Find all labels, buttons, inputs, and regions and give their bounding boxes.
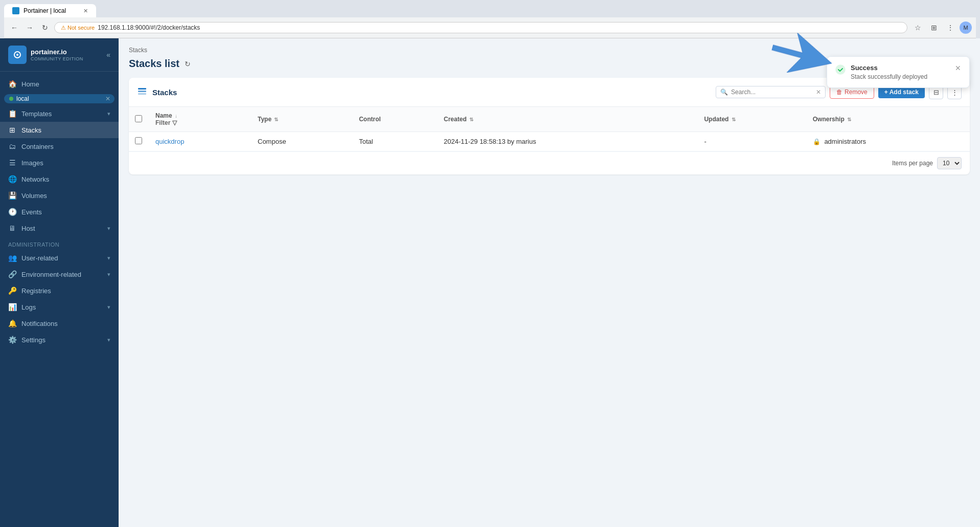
sidebar-item-containers[interactable]: 🗂 Containers xyxy=(0,138,119,155)
search-input[interactable] xyxy=(731,89,813,96)
logo-edition: Community Edition xyxy=(31,56,83,61)
sort-icon[interactable]: ↓ xyxy=(175,113,177,119)
address-bar[interactable]: ⚠ Not secure 192.168.1.18:9000/#!/2/dock… xyxy=(54,22,907,33)
networks-icon: 🌐 xyxy=(8,175,16,183)
svg-point-7 xyxy=(836,65,845,74)
sidebar-header: portainer.io Community Edition « xyxy=(0,38,119,72)
sidebar-item-volumes[interactable]: 💾 Volumes xyxy=(0,187,119,204)
sidebar-item-user-related[interactable]: 👥 User-related ▾ xyxy=(0,250,119,266)
logs-icon: 📊 xyxy=(8,303,16,311)
svg-point-2 xyxy=(16,54,18,56)
settings-icon: ⚙️ xyxy=(8,336,16,344)
env-status-dot xyxy=(9,97,13,101)
profile-avatar[interactable]: M xyxy=(960,21,972,34)
browser-toolbar: ← → ↻ ⚠ Not secure 192.168.1.18:9000/#!/… xyxy=(4,17,976,38)
sidebar-item-label: Volumes xyxy=(21,192,110,200)
tab-close-button[interactable]: ✕ xyxy=(83,8,88,14)
browser-tab-active[interactable]: Portainer | local ✕ xyxy=(4,4,96,17)
images-icon: ☰ xyxy=(8,159,16,167)
stack-updated: - xyxy=(698,132,806,151)
back-button[interactable]: ← xyxy=(8,21,20,34)
sort-icon[interactable]: ⇅ xyxy=(469,117,473,122)
sidebar-item-networks[interactable]: 🌐 Networks xyxy=(0,171,119,187)
chevron-down-icon: ▾ xyxy=(107,111,110,117)
col-control: Control xyxy=(353,107,438,132)
sidebar-item-label: Logs xyxy=(21,303,102,311)
sidebar-item-label: Stacks xyxy=(21,126,110,134)
notifications-icon: 🔔 xyxy=(8,319,16,327)
col-updated: Updated ⇅ xyxy=(698,107,806,132)
address-text: 192.168.1.18:9000/#!/2/docker/stacks xyxy=(98,24,901,31)
sidebar-item-registries[interactable]: 🔑 Registries xyxy=(0,282,119,299)
col-name-label: Name xyxy=(155,112,172,119)
table-wrapper: Name ↓ Filter ▽ Type ⇅ Control xyxy=(129,107,970,151)
search-clear-button[interactable]: ✕ xyxy=(816,89,821,96)
chevron-down-icon: ▾ xyxy=(107,255,110,261)
sidebar-item-logs[interactable]: 📊 Logs ▾ xyxy=(0,299,119,315)
app-container: portainer.io Community Edition « 🏠 Home … xyxy=(0,38,980,527)
sidebar-item-settings[interactable]: ⚙️ Settings ▾ xyxy=(0,332,119,348)
col-type: Type ⇅ xyxy=(252,107,353,132)
sidebar-item-environment-related[interactable]: 🔗 Environment-related ▾ xyxy=(0,266,119,282)
stack-type: Compose xyxy=(252,132,353,151)
filter-button[interactable]: Filter ▽ xyxy=(155,119,245,126)
stack-name-link[interactable]: quickdrop xyxy=(155,138,184,145)
forward-button[interactable]: → xyxy=(24,21,36,34)
volumes-icon: 💾 xyxy=(8,191,16,200)
sidebar-item-label: Registries xyxy=(21,287,110,295)
main-content: Stacks Stacks list ↻ Stacks 🔍 xyxy=(119,38,980,527)
sort-icon[interactable]: ⇅ xyxy=(847,117,851,122)
sidebar: portainer.io Community Edition « 🏠 Home … xyxy=(0,38,119,527)
breadcrumb: Stacks xyxy=(129,47,970,54)
sidebar-item-host[interactable]: 🖥 Host ▾ xyxy=(0,220,119,236)
sidebar-nav: 🏠 Home local ✕ 📋 Templates ▾ ⊞ Stacks xyxy=(0,72,119,527)
select-all-checkbox[interactable] xyxy=(135,115,142,122)
sidebar-item-templates[interactable]: 📋 Templates ▾ xyxy=(0,105,119,122)
svg-rect-3 xyxy=(138,88,146,90)
browser-tabs: Portainer | local ✕ xyxy=(4,4,976,17)
refresh-button[interactable]: ↻ xyxy=(185,60,191,68)
sort-icon[interactable]: ⇅ xyxy=(274,117,278,122)
sidebar-item-label: Home xyxy=(21,80,110,88)
stack-created: 2024-11-29 18:58:13 by marius xyxy=(438,132,698,151)
sort-icon[interactable]: ⇅ xyxy=(732,117,736,122)
not-secure-indicator: ⚠ Not secure xyxy=(61,25,95,31)
reload-button[interactable]: ↻ xyxy=(39,21,51,34)
admin-section-title: Administration xyxy=(0,236,119,250)
sidebar-item-label: Images xyxy=(21,159,110,167)
logo-text-block: portainer.io Community Edition xyxy=(31,48,83,61)
env-close-button[interactable]: ✕ xyxy=(105,95,110,102)
sidebar-item-notifications[interactable]: 🔔 Notifications xyxy=(0,315,119,332)
sidebar-item-stacks[interactable]: ⊞ Stacks xyxy=(0,122,119,138)
table-body: quickdrop Compose Total 2024-11-29 18:58… xyxy=(129,132,970,151)
menu-button[interactable]: ⋮ xyxy=(943,20,958,35)
remove-icon: 🗑 xyxy=(836,89,842,96)
bookmark-button[interactable]: ☆ xyxy=(910,20,925,35)
toolbar-actions: ☆ ⊞ ⋮ M xyxy=(910,20,972,35)
ownership-icon: 🔒 xyxy=(813,138,821,145)
items-per-page-select[interactable]: 10 25 50 xyxy=(937,157,962,169)
chevron-down-icon: ▾ xyxy=(107,304,110,311)
sidebar-item-images[interactable]: ☰ Images xyxy=(0,155,119,171)
success-toast: Success Stack successfully deployed ✕ xyxy=(827,56,970,88)
environment-related-icon: 🔗 xyxy=(8,270,16,278)
sidebar-item-events[interactable]: 🕐 Events xyxy=(0,204,119,220)
toast-close-button[interactable]: ✕ xyxy=(955,64,961,72)
sidebar-item-label: Events xyxy=(21,208,110,216)
table-footer: Items per page 10 25 50 xyxy=(129,151,970,174)
home-icon: 🏠 xyxy=(8,80,16,88)
panel-title: Stacks xyxy=(152,88,711,97)
extensions-button[interactable]: ⊞ xyxy=(927,20,941,35)
table-row: quickdrop Compose Total 2024-11-29 18:58… xyxy=(129,132,970,151)
sidebar-collapse-button[interactable]: « xyxy=(106,51,110,59)
environment-badge[interactable]: local ✕ xyxy=(4,94,115,103)
stacks-table: Name ↓ Filter ▽ Type ⇅ Control xyxy=(129,107,970,151)
search-box[interactable]: 🔍 ✕ xyxy=(716,86,826,98)
toast-title: Success xyxy=(851,64,950,72)
env-name: local xyxy=(16,95,29,102)
logo-brand: portainer.io xyxy=(31,48,83,56)
toast-content: Success Stack successfully deployed xyxy=(851,64,950,80)
stacks-panel: Stacks 🔍 ✕ 🗑 Remove + Add stack ⊟ xyxy=(129,78,970,174)
row-checkbox[interactable] xyxy=(135,137,142,144)
sidebar-item-home[interactable]: 🏠 Home xyxy=(0,76,119,92)
